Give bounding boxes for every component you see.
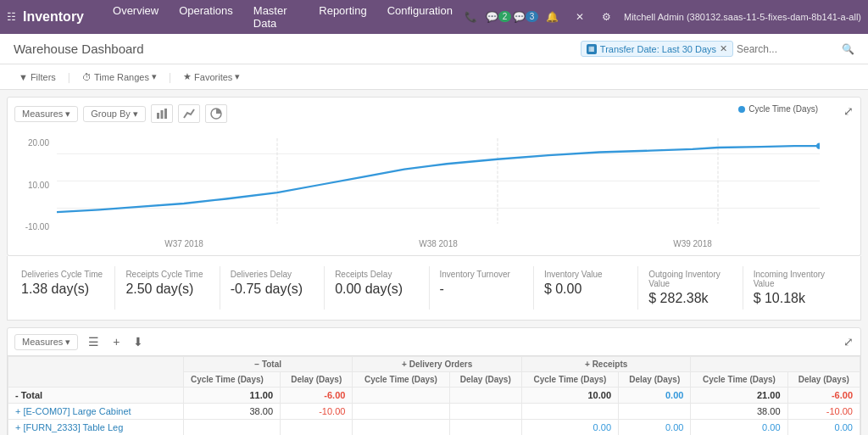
nav-configuration[interactable]: Configuration [379, 1, 461, 33]
chart-svg [57, 138, 820, 231]
bar-chart-button[interactable] [151, 104, 173, 123]
pie-chart-button[interactable] [205, 104, 227, 123]
time-ranges-icon: ⏱ [82, 72, 92, 82]
chart-area: 20.00 10.00 -10.00 W37 2018 W38 [14, 130, 854, 248]
col-header-total: − Total [183, 357, 353, 372]
legend-dot [738, 106, 745, 113]
stat-receipts-cycle-time: Receipts Cycle Time 2.50 day(s) [115, 266, 220, 310]
time-ranges-button[interactable]: ⏱ Time Ranges ▾ [77, 70, 162, 84]
user-info: Mitchell Admin (380132.saas-11-5-fixes-d… [624, 12, 861, 22]
time-ranges-chevron: ▾ [152, 71, 157, 82]
table-measures-button[interactable]: Measures ▾ [14, 334, 78, 350]
filter-icon: ▼ [19, 72, 28, 82]
svg-rect-0 [157, 113, 159, 119]
search-input[interactable] [737, 43, 838, 55]
favorites-button[interactable]: ★ Favorites ▾ [178, 70, 245, 84]
discussion-icon[interactable]: 💬3 [515, 7, 536, 27]
chart-section: Measures ▾ Group By ▾ ⤢ Cycle Time (Days… [7, 97, 861, 256]
table-row: - Total11.00-6.0010.000.0021.00-6.00 [8, 388, 860, 404]
app-name: Inventory [23, 9, 84, 25]
remove-tag-icon[interactable]: ✕ [720, 43, 727, 54]
total-group-expand[interactable]: − [254, 360, 259, 369]
group-by-chevron: ▾ [133, 109, 138, 120]
settings-icon[interactable]: ⚙ [597, 7, 617, 27]
main-nav: Overview Operations Master Data Reportin… [104, 1, 461, 33]
nav-master-data[interactable]: Master Data [245, 1, 307, 33]
filter-bar: ▼ Filters | ⏱ Time Ranges ▾ | ★ Favorite… [0, 64, 868, 90]
th-do-delay: Delay (Days) [449, 372, 521, 388]
data-table: − Total + Delivery Orders + Receipts Cyc… [8, 356, 860, 435]
favorites-chevron: ▾ [235, 71, 240, 82]
filter-separator-2: | [169, 71, 171, 83]
svg-rect-2 [164, 109, 167, 119]
star-icon: ★ [183, 71, 192, 82]
close-icon[interactable]: ✕ [570, 7, 590, 27]
stat-outgoing-value: Outgoing Inventory Value $ 282.38k [638, 266, 743, 310]
table-add-icon[interactable]: + [109, 333, 123, 350]
table-row: + [E-COM07] Large Cabinet38.00-10.0038.0… [8, 404, 860, 420]
th-extra-cycle: Cycle Time (Days) [691, 372, 787, 388]
stat-deliveries-delay: Deliveries Delay -0.75 day(s) [220, 266, 325, 310]
main-content: Measures ▾ Group By ▾ ⤢ Cycle Time (Days… [0, 90, 868, 435]
search-magnifier-icon[interactable]: 🔍 [842, 43, 854, 55]
table-toolbar: Measures ▾ ☰ + ⬇ ⤢ [8, 328, 860, 356]
table-row: + [FURN_2333] Table Leg0.000.000.000.00 [8, 420, 860, 436]
stat-receipts-delay: Receipts Delay 0.00 day(s) [325, 266, 429, 310]
discussion-badge: 3 [526, 11, 539, 22]
measures-chevron: ▾ [65, 109, 70, 120]
table-section: Measures ▾ ☰ + ⬇ ⤢ − Total + Delivery Or… [7, 327, 861, 435]
line-chart-button[interactable] [178, 104, 200, 123]
tag-icon: ▦ [587, 44, 597, 54]
th-total-cycle: Cycle Time (Days) [183, 372, 280, 388]
col-header-name [8, 357, 184, 388]
svg-point-10 [816, 143, 820, 149]
chart-legend: Cycle Time (Days) [738, 104, 818, 114]
chat-badge: 2 [498, 11, 512, 22]
chat-icon[interactable]: 💬2 [488, 7, 509, 27]
y-axis-labels: 20.00 10.00 -10.00 [14, 138, 53, 231]
search-bar: ▦ Transfer Date: Last 30 Days ✕ 🔍 [581, 41, 854, 57]
table-filter-icon[interactable]: ☰ [85, 333, 103, 350]
group-by-button[interactable]: Group By ▾ [83, 106, 145, 122]
stat-deliveries-cycle-time: Deliveries Cycle Time 1.38 day(s) [21, 266, 115, 310]
filters-button[interactable]: ▼ Filters [14, 70, 61, 84]
table-expand-button[interactable]: ⤢ [843, 335, 854, 349]
bell-icon[interactable]: 🔔 [542, 7, 563, 27]
top-nav: ☷ Inventory Overview Operations Master D… [0, 0, 868, 34]
measures-button[interactable]: Measures ▾ [14, 106, 78, 122]
chart-expand-button[interactable]: ⤢ [843, 104, 854, 118]
table-measures-chevron: ▾ [65, 337, 70, 348]
nav-overview[interactable]: Overview [104, 1, 167, 33]
filter-separator-1: | [68, 71, 70, 83]
x-axis-labels: W37 2018 W38 2018 W39 2018 [57, 239, 820, 248]
th-do-cycle: Cycle Time (Days) [353, 372, 449, 388]
page-title: Warehouse Dashboard [14, 42, 144, 56]
grid-icon[interactable]: ☷ [7, 11, 16, 23]
nav-right: 📞 💬2 💬3 🔔 ✕ ⚙ Mitchell Admin (380132.saa… [461, 7, 861, 27]
breadcrumb-bar: Warehouse Dashboard ▦ Transfer Date: Las… [0, 34, 868, 64]
do-group-expand[interactable]: + [402, 360, 407, 369]
stats-row: Deliveries Cycle Time 1.38 day(s) Receip… [7, 256, 861, 321]
legend-label: Cycle Time (Days) [748, 104, 818, 114]
search-tag-label: Transfer Date: Last 30 Days [600, 44, 716, 54]
th-extra-delay: Delay (Days) [787, 372, 860, 388]
rec-group-expand[interactable]: + [585, 360, 590, 369]
stat-inventory-value: Inventory Value $ 0.00 [534, 266, 638, 310]
stat-incoming-value: Incoming Inventory Value $ 10.18k [743, 266, 847, 310]
stat-inventory-turnover: Inventory Turnover - [430, 266, 534, 310]
th-rec-cycle: Cycle Time (Days) [521, 372, 618, 388]
th-total-delay: Delay (Days) [281, 372, 353, 388]
nav-reporting[interactable]: Reporting [310, 1, 375, 33]
th-rec-delay: Delay (Days) [619, 372, 691, 388]
svg-rect-1 [160, 110, 163, 119]
chart-toolbar: Measures ▾ Group By ▾ [14, 104, 854, 123]
search-tag[interactable]: ▦ Transfer Date: Last 30 Days ✕ [581, 41, 733, 57]
col-header-delivery-orders: + Delivery Orders [353, 357, 522, 372]
nav-operations[interactable]: Operations [170, 1, 242, 33]
table-download-icon[interactable]: ⬇ [130, 333, 147, 350]
phone-icon[interactable]: 📞 [461, 7, 481, 27]
col-header-receipts: + Receipts [521, 357, 691, 372]
col-header-extra [691, 357, 860, 372]
